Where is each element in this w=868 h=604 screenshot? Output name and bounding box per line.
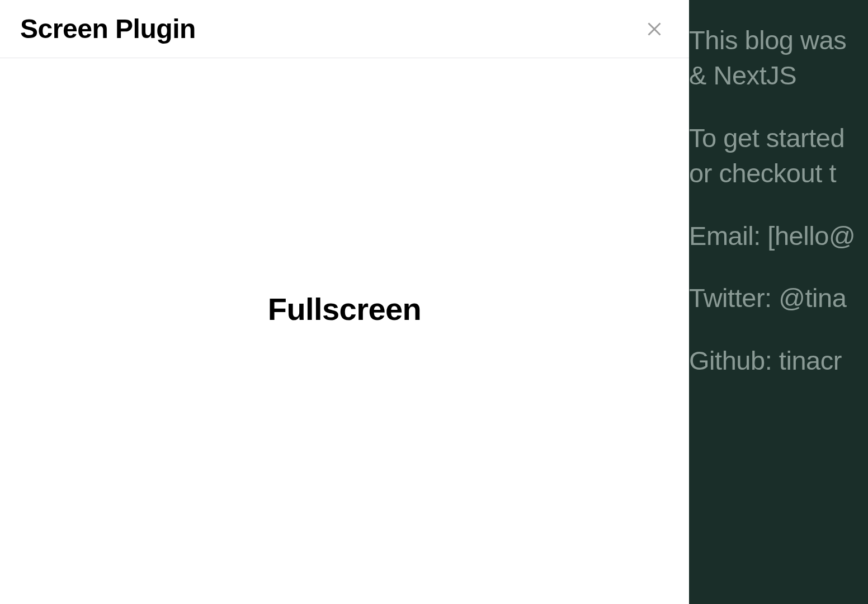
background-text-line: To get started or checkout t bbox=[689, 120, 868, 191]
close-button[interactable] bbox=[640, 15, 669, 44]
background-text-line: This blog was & NextJS bbox=[689, 22, 868, 93]
background-contact-twitter: Twitter: @tina bbox=[689, 280, 868, 315]
modal-title: Screen Plugin bbox=[20, 13, 196, 44]
modal-panel: Screen Plugin Fullscreen bbox=[0, 0, 689, 604]
background-contact-github: Github: tinacr bbox=[689, 343, 868, 378]
background-contact-email: Email: [hello@ bbox=[689, 218, 868, 253]
modal-header: Screen Plugin bbox=[0, 0, 689, 58]
close-icon bbox=[644, 19, 664, 39]
modal-body: Fullscreen bbox=[0, 58, 689, 604]
modal-content-heading: Fullscreen bbox=[268, 291, 422, 327]
